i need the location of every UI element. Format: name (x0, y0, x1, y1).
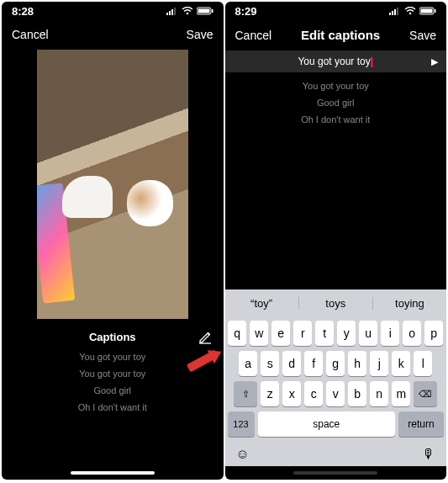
key-c[interactable]: c (304, 381, 323, 406)
save-button[interactable]: Save (409, 29, 436, 42)
svg-rect-0 (166, 13, 168, 15)
cancel-button[interactable]: Cancel (235, 29, 272, 42)
save-button[interactable]: Save (187, 28, 213, 41)
svg-rect-2 (171, 9, 173, 15)
svg-rect-15 (435, 9, 436, 13)
key-k[interactable]: k (392, 351, 410, 376)
key-shift[interactable]: ⇧ (234, 381, 257, 406)
caption-item[interactable]: Oh I don't want it (78, 402, 147, 412)
home-indicator[interactable] (293, 471, 377, 475)
phone-right-edit-captions: 8:29 Cancel Edit captions Save You got y… (225, 2, 447, 480)
keyboard: q w e r t y u i o p a s d f g h j k l (225, 317, 447, 466)
svg-rect-14 (421, 9, 433, 13)
captions-label-text: Captions (89, 331, 136, 343)
key-q[interactable]: q (228, 321, 246, 346)
text-cursor: | (371, 56, 373, 67)
keyboard-row: ⇧ z x c v b n m ⌫ (228, 381, 445, 406)
key-n[interactable]: n (370, 381, 388, 406)
battery-icon (197, 5, 213, 18)
navbar: Cancel Save (2, 19, 224, 50)
keyboard-row: a s d f g h j k l (228, 351, 445, 376)
key-m[interactable]: m (392, 381, 410, 406)
svg-point-12 (409, 13, 412, 15)
suggestion[interactable]: toys (299, 297, 373, 310)
signal-icon (389, 5, 401, 18)
edit-captions-button[interactable] (198, 331, 212, 347)
status-icons (389, 5, 436, 18)
keyboard-row: q w e r t y u i o p (228, 321, 445, 346)
status-bar: 8:28 (2, 2, 224, 19)
caption-item[interactable]: Good girl (317, 98, 355, 108)
signal-icon (166, 5, 178, 18)
key-y[interactable]: y (337, 321, 356, 346)
wifi-icon (404, 5, 416, 18)
video-preview[interactable] (37, 50, 188, 319)
svg-rect-11 (397, 8, 398, 15)
key-d[interactable]: d (282, 351, 301, 376)
pencil-icon (198, 331, 212, 344)
key-j[interactable]: j (370, 351, 388, 376)
svg-rect-1 (169, 11, 171, 15)
svg-rect-8 (389, 13, 391, 15)
key-b[interactable]: b (348, 381, 366, 406)
svg-rect-3 (174, 8, 176, 15)
keyboard-suggestions: “toy” toys toying (225, 289, 447, 317)
status-time: 8:29 (235, 5, 257, 18)
active-caption-text: You got your toy (298, 56, 370, 67)
key-123[interactable]: 123 (228, 411, 255, 437)
key-z[interactable]: z (261, 381, 279, 406)
key-h[interactable]: h (348, 351, 366, 376)
key-t[interactable]: t (315, 321, 334, 346)
emoji-button[interactable]: ☺ (236, 447, 250, 462)
play-button[interactable]: ▶ (431, 56, 438, 67)
key-space[interactable]: space (258, 411, 396, 437)
key-a[interactable]: a (239, 351, 257, 376)
caption-item[interactable]: Oh I don't want it (301, 114, 370, 125)
key-x[interactable]: x (282, 381, 301, 406)
caption-item[interactable]: You got your toy (79, 352, 145, 362)
video-content (127, 180, 173, 226)
key-w[interactable]: w (250, 321, 268, 346)
key-r[interactable]: r (293, 321, 312, 346)
suggestion[interactable]: toying (373, 297, 446, 310)
key-l[interactable]: l (414, 351, 432, 376)
key-p[interactable]: p (424, 321, 443, 346)
svg-rect-10 (394, 9, 396, 15)
key-s[interactable]: s (261, 351, 279, 376)
svg-rect-6 (198, 9, 209, 13)
battery-icon (419, 5, 436, 18)
key-i[interactable]: i (381, 321, 399, 346)
home-indicator[interactable] (71, 471, 155, 475)
keyboard-footer: ☺ 🎙 (228, 443, 445, 464)
status-time: 8:28 (12, 5, 34, 18)
key-f[interactable]: f (304, 351, 323, 376)
caption-list: You got your toy Good girl Oh I don't wa… (225, 72, 447, 135)
keyboard-row: 123 space return (228, 411, 445, 438)
status-bar: 8:29 (225, 2, 447, 19)
key-g[interactable]: g (326, 351, 345, 376)
key-return[interactable]: return (398, 411, 444, 437)
svg-rect-7 (212, 9, 213, 13)
key-v[interactable]: v (326, 381, 345, 406)
svg-rect-9 (392, 11, 393, 15)
mic-button[interactable]: 🎙 (422, 447, 435, 462)
navbar: Cancel Edit captions Save (225, 19, 447, 50)
key-e[interactable]: e (271, 321, 290, 346)
key-backspace[interactable]: ⌫ (414, 381, 437, 406)
caption-item[interactable]: Good girl (93, 385, 131, 395)
captions-section-header: Captions (2, 319, 224, 348)
phone-left-captions-preview: 8:28 Cancel Save Captions (2, 2, 224, 480)
wifi-icon (182, 5, 193, 18)
active-caption-row[interactable]: You got your toy| ▶ (225, 50, 447, 72)
key-u[interactable]: u (359, 321, 377, 346)
caption-item[interactable]: You got your toy (79, 369, 145, 379)
page-title: Edit captions (301, 28, 380, 42)
caption-item[interactable]: You got your toy (303, 81, 369, 91)
cancel-button[interactable]: Cancel (12, 28, 49, 41)
status-icons (166, 5, 213, 18)
suggestion[interactable]: “toy” (225, 297, 299, 310)
annotation-arrow (187, 357, 219, 365)
key-o[interactable]: o (403, 321, 421, 346)
svg-point-4 (186, 13, 188, 15)
video-content (62, 176, 113, 218)
